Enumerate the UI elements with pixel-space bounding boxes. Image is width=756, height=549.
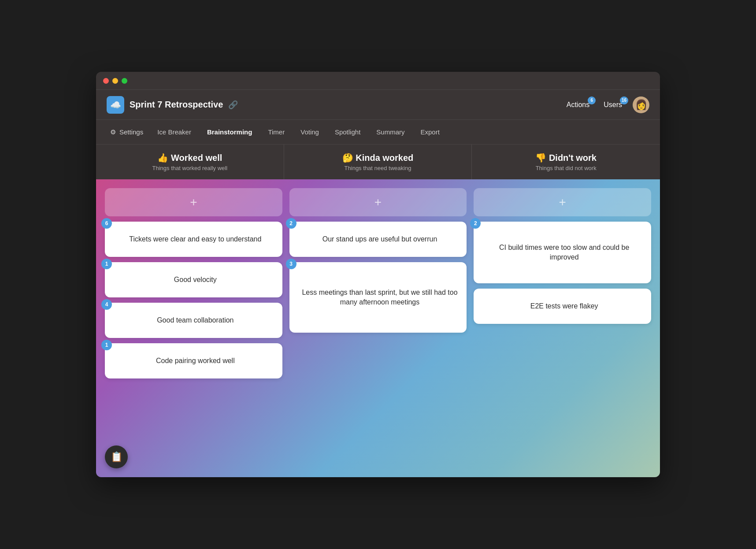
card-text-k2: Less meetings than last sprint, but we s… <box>302 288 458 308</box>
card-kinda-1[interactable]: 2 Our stand ups are useful but overrun <box>289 222 467 257</box>
card-text-2: Good velocity <box>117 275 274 285</box>
header-left: ☁️ Sprint 7 Retrospective 🔗 <box>107 96 563 114</box>
card-didnt-2[interactable]: E2E tests were flakey <box>474 289 651 324</box>
nav-item-ice-breaker[interactable]: Ice Breaker <box>150 126 198 138</box>
card-worked-well-3[interactable]: 4 Good team collaboration <box>105 303 282 338</box>
column-didnt-work: + 2 CI build times were too slow and cou… <box>474 188 651 468</box>
settings-label: Settings <box>119 128 143 136</box>
titlebar <box>96 72 660 89</box>
header: ☁️ Sprint 7 Retrospective 🔗 Actions 6 Us… <box>96 89 660 119</box>
nav-item-brainstorming[interactable]: Brainstorming <box>200 126 259 138</box>
col-title-didnt-work: 👎 Didn't work <box>535 152 597 163</box>
col-header-worked-well: 👍 Worked well Things that worked really … <box>96 145 284 179</box>
col-header-kinda-worked: 🤔 Kinda worked Things that need tweaking <box>284 145 472 179</box>
vote-badge-k1: 2 <box>286 218 296 229</box>
avatar[interactable]: 👩 <box>633 96 649 113</box>
col-sub-kinda-worked: Things that need tweaking <box>345 165 411 171</box>
link-icon[interactable]: 🔗 <box>228 100 238 110</box>
actions-badge: 6 <box>588 96 596 104</box>
col-sub-worked-well: Things that worked really well <box>152 165 228 171</box>
col-title-worked-well: 👍 Worked well <box>157 152 222 163</box>
column-kinda-worked: + 2 Our stand ups are useful but overrun… <box>289 188 467 468</box>
col-header-didnt-work: 👎 Didn't work Things that did not work <box>472 145 660 179</box>
header-right: Actions 6 Users 16 👩 <box>563 96 649 113</box>
nav-item-timer[interactable]: Timer <box>261 126 292 138</box>
column-headers: 👍 Worked well Things that worked really … <box>96 144 660 179</box>
vote-badge-3: 4 <box>101 299 112 310</box>
vote-badge-k2: 3 <box>286 259 296 269</box>
card-text-d1: CI build times were too slow and could b… <box>486 243 642 263</box>
navbar: ⚙ Settings Ice Breaker Brainstorming Tim… <box>96 119 660 144</box>
board: + 6 Tickets were clear and easy to under… <box>96 179 660 477</box>
card-text-4: Code pairing worked well <box>117 356 274 366</box>
card-text-3: Good team collaboration <box>117 315 274 325</box>
users-button[interactable]: Users 16 <box>600 99 626 111</box>
card-kinda-2[interactable]: 3 Less meetings than last sprint, but we… <box>289 262 467 333</box>
add-card-didnt-work[interactable]: + <box>474 188 651 216</box>
nav-item-summary[interactable]: Summary <box>369 126 411 138</box>
app-icon: ☁️ <box>107 96 124 114</box>
add-card-kinda-worked[interactable]: + <box>289 188 467 216</box>
close-button[interactable] <box>103 78 109 84</box>
fab-button[interactable]: 📋 <box>105 445 128 468</box>
minimize-button[interactable] <box>112 78 118 84</box>
vote-badge-1: 6 <box>101 218 112 229</box>
app-window: ☁️ Sprint 7 Retrospective 🔗 Actions 6 Us… <box>96 72 660 477</box>
card-didnt-1[interactable]: 2 CI build times were too slow and could… <box>474 222 651 283</box>
settings-nav-item[interactable]: ⚙ Settings <box>105 126 148 139</box>
col-title-kinda-worked: 🤔 Kinda worked <box>342 152 414 163</box>
card-worked-well-1[interactable]: 6 Tickets were clear and easy to underst… <box>105 222 282 257</box>
card-worked-well-4[interactable]: 1 Code pairing worked well <box>105 343 282 378</box>
settings-icon: ⚙ <box>110 128 116 136</box>
card-worked-well-2[interactable]: 1 Good velocity <box>105 262 282 297</box>
nav-item-spotlight[interactable]: Spotlight <box>328 126 367 138</box>
actions-button[interactable]: Actions 6 <box>563 99 593 111</box>
col-sub-didnt-work: Things that did not work <box>536 165 597 171</box>
nav-item-voting[interactable]: Voting <box>293 126 326 138</box>
vote-badge-d1: 2 <box>470 218 481 229</box>
header-title: Sprint 7 Retrospective <box>130 100 223 110</box>
vote-badge-4: 1 <box>101 340 112 350</box>
fab-icon: 📋 <box>111 451 122 463</box>
users-badge: 16 <box>620 96 628 104</box>
vote-badge-2: 1 <box>101 259 112 269</box>
add-card-worked-well[interactable]: + <box>105 188 282 216</box>
card-text-d2: E2E tests were flakey <box>486 301 642 311</box>
nav-item-export[interactable]: Export <box>413 126 446 138</box>
maximize-button[interactable] <box>122 78 127 84</box>
card-text-1: Tickets were clear and easy to understan… <box>117 234 274 244</box>
column-worked-well: + 6 Tickets were clear and easy to under… <box>105 188 282 468</box>
card-text-k1: Our stand ups are useful but overrun <box>302 234 458 244</box>
